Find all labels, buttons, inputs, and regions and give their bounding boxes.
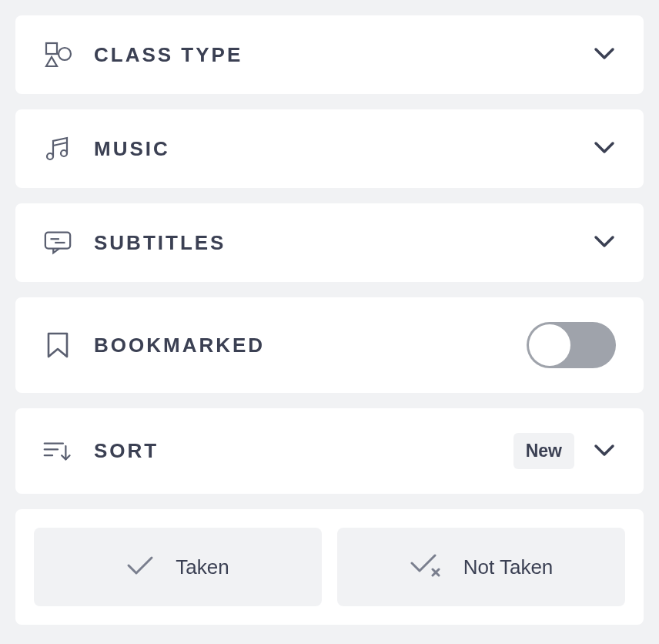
filter-bookmarked: BOOKMARKED (15, 297, 644, 393)
filter-music[interactable]: MUSIC (15, 109, 644, 188)
filter-music-label: MUSIC (94, 137, 593, 161)
check-x-icon (410, 554, 442, 580)
taken-button[interactable]: Taken (34, 528, 322, 606)
chevron-down-icon (593, 42, 616, 68)
shapes-icon (43, 40, 72, 69)
taken-label: Taken (176, 555, 229, 579)
svg-line-4 (53, 143, 67, 146)
chevron-down-icon (593, 438, 616, 465)
svg-point-2 (47, 153, 53, 159)
sort-selected-badge: New (513, 433, 574, 469)
bookmark-icon (43, 330, 72, 360)
check-icon (126, 555, 154, 579)
filter-class-type[interactable]: CLASS TYPE (15, 15, 644, 94)
filter-bookmarked-label: BOOKMARKED (94, 334, 527, 357)
filter-sort-label: SORT (94, 439, 513, 463)
chevron-down-icon (593, 136, 616, 162)
svg-rect-5 (45, 233, 70, 249)
filter-subtitles-label: SUBTITLES (94, 231, 593, 255)
svg-point-1 (59, 48, 71, 60)
toggle-knob (529, 324, 570, 366)
svg-point-3 (61, 150, 67, 156)
status-button-group: Taken Not Taken (15, 509, 644, 625)
filter-sort[interactable]: SORT New (15, 408, 644, 494)
chevron-down-icon (593, 230, 616, 256)
music-icon (43, 134, 72, 163)
not-taken-button[interactable]: Not Taken (337, 528, 625, 606)
filter-subtitles[interactable]: SUBTITLES (15, 203, 644, 282)
filter-class-type-label: CLASS TYPE (94, 43, 593, 67)
sort-icon (43, 437, 72, 466)
subtitles-icon (43, 228, 72, 257)
svg-rect-0 (46, 43, 57, 54)
bookmarked-toggle[interactable] (527, 322, 616, 368)
not-taken-label: Not Taken (463, 555, 554, 579)
